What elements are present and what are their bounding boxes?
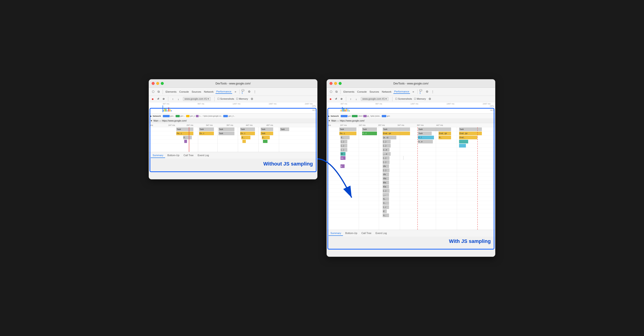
right-bar-xdots[interactable]: X...: [383, 201, 389, 205]
right-bar-bla[interactable]: Bla: [383, 181, 389, 184]
left-tab-console[interactable]: Console: [178, 90, 190, 94]
right-tab-bottomup[interactable]: Bottom-Up: [344, 231, 359, 236]
right-bar-hla[interactable]: Hla: [383, 177, 389, 180]
right-bar-p1[interactable]: (...): [340, 140, 347, 144]
right-main-expand[interactable]: ▼: [328, 120, 330, 122]
right-bar-blue1[interactable]: [459, 144, 466, 148]
left-bar-e3[interactable]: E...: [262, 136, 270, 139]
right-network-expand[interactable]: ▶: [328, 115, 330, 117]
right-bar-teal1[interactable]: [459, 140, 468, 144]
right-bar-task-1[interactable]: Task: [339, 128, 356, 131]
right-bar-eval2[interactable]: Eval...ipt: [438, 132, 451, 135]
right-layers-icon[interactable]: ⧉: [334, 89, 339, 94]
left-close-button[interactable]: [152, 82, 154, 85]
left-bar-task-6[interactable]: Task: [280, 128, 289, 131]
left-settings-icon[interactable]: ⚙: [247, 89, 252, 94]
left-bar-e2[interactable]: E...: [241, 136, 250, 139]
right-bar-p8[interactable]: (...): [383, 168, 390, 172]
right-tab-calltree[interactable]: Call Tree: [360, 231, 373, 236]
left-memory-check[interactable]: ☐ Memory: [236, 97, 248, 100]
left-bar-task-2b[interactable]: Task: [218, 132, 234, 135]
right-bar-task-5[interactable]: Task: [459, 128, 482, 131]
left-clear-icon[interactable]: ⊘: [162, 97, 165, 101]
right-bar-as[interactable]: (a...s): [383, 136, 396, 139]
right-screenshots-check[interactable]: ☐ Screenshots: [395, 97, 412, 100]
left-bar-task-5b[interactable]: Task: [261, 132, 273, 135]
right-close-button[interactable]: [330, 82, 332, 85]
right-bar-p-small[interactable]: p: [340, 164, 344, 168]
right-tab-elements[interactable]: Elements: [342, 90, 355, 94]
right-cursor-icon[interactable]: ⬡: [328, 89, 333, 94]
left-download-icon[interactable]: ↓: [176, 97, 180, 101]
right-bar-udots[interactable]: _...: [383, 193, 389, 197]
right-clear-icon[interactable]: ⊘: [340, 97, 343, 101]
left-bar-task-5[interactable]: Task: [261, 128, 273, 131]
left-bar-task-3[interactable]: Task: [218, 128, 234, 131]
left-maximize-button[interactable]: [161, 82, 164, 85]
left-cursor-icon[interactable]: ⬡: [151, 89, 155, 94]
right-reload-icon[interactable]: ↺: [334, 97, 338, 101]
right-bar-ze[interactable]: z...e: [383, 148, 390, 152]
right-bar-p2[interactable]: (...): [383, 140, 391, 144]
left-main-expand[interactable]: ▼: [150, 120, 152, 122]
left-tab-elements[interactable]: Elements: [165, 90, 178, 94]
left-perf-settings-icon[interactable]: ⚙: [250, 97, 254, 101]
right-bar-pal[interactable]: Pa...L: [339, 132, 356, 135]
right-bar-task-2[interactable]: Task: [362, 128, 377, 131]
right-bar-task-3[interactable]: Task: [383, 128, 410, 131]
right-tab-eventlog[interactable]: Event Log: [374, 231, 389, 236]
right-bar-p7[interactable]: (...): [383, 160, 390, 164]
right-perf-settings-icon[interactable]: ⚙: [428, 97, 432, 101]
left-layers-icon[interactable]: ⧉: [156, 89, 161, 94]
right-bar-kla[interactable]: Kla: [383, 185, 389, 188]
right-memory-check[interactable]: ☐ Memory: [414, 97, 426, 100]
right-bar-d[interactable]: d: [383, 209, 387, 213]
left-bar-e[interactable]: E...: [183, 136, 192, 139]
right-tab-sources[interactable]: Sources: [368, 90, 380, 94]
right-bar-be[interactable]: b...e: [418, 140, 433, 144]
right-tab-summary[interactable]: Summary: [328, 231, 343, 236]
left-more-tabs-icon[interactable]: »: [233, 89, 238, 94]
right-bar-p5[interactable]: (...): [340, 148, 347, 152]
right-bar-fl[interactable]: F...l: [418, 136, 434, 139]
left-url-input[interactable]: www.google.com #1 ▾: [183, 97, 211, 101]
left-tab-performance[interactable]: Performance: [216, 90, 232, 94]
left-bar-task-4[interactable]: Task: [240, 128, 255, 131]
left-tab-calltree[interactable]: Call Tree: [182, 153, 196, 158]
right-settings-icon[interactable]: ⚙: [425, 89, 430, 94]
left-bar-evt[interactable]: Ev...t: [199, 132, 214, 135]
right-maximize-button[interactable]: [339, 82, 342, 85]
left-tab-sources[interactable]: Sources: [191, 90, 202, 94]
left-reload-icon[interactable]: ↺: [156, 97, 160, 101]
right-bar-ea[interactable]: ea: [340, 156, 346, 160]
right-bar-task-2b[interactable]: Task: [418, 132, 432, 135]
right-bar-p4[interactable]: (...): [383, 144, 391, 148]
right-bar-tr[interactable]: t...r: [383, 205, 389, 209]
right-bar-ct[interactable]: C...t: [362, 132, 377, 135]
left-bar-evt2[interactable]: Ev...t: [240, 132, 255, 135]
left-record-icon[interactable]: ⏺: [151, 97, 154, 101]
right-bar-e1[interactable]: E...: [340, 136, 350, 139]
left-bar-task-1[interactable]: Task: [176, 128, 194, 131]
left-messages-icon[interactable]: 💬 1: [242, 89, 246, 94]
right-upload-icon[interactable]: ↑: [349, 97, 352, 101]
left-tab-summary[interactable]: Summary: [151, 153, 165, 158]
right-bar-eval1[interactable]: Eval...ipt: [383, 132, 410, 135]
left-tab-eventlog[interactable]: Event Log: [196, 153, 211, 158]
right-bar-p9[interactable]: (...): [383, 189, 390, 192]
right-messages-icon[interactable]: 💬 1: [420, 89, 424, 94]
right-bar-p6[interactable]: (...): [383, 156, 390, 160]
right-bar-ndots[interactable]: N...: [383, 197, 389, 201]
left-screenshots-check[interactable]: ☐ Screenshots: [217, 97, 234, 100]
right-minimize-button[interactable]: [334, 82, 337, 85]
right-bar-w[interactable]: W: [340, 152, 346, 156]
right-bar-eval4[interactable]: Eval...: [459, 136, 477, 139]
left-bar-task-2[interactable]: Task: [199, 128, 214, 131]
left-tab-network[interactable]: Network: [203, 90, 214, 94]
right-more-tabs-icon[interactable]: »: [411, 89, 416, 94]
left-minimize-button[interactable]: [156, 82, 159, 85]
left-tab-bottomup[interactable]: Bottom-Up: [166, 153, 181, 158]
right-bar-p3[interactable]: (...): [340, 144, 347, 148]
right-record-icon[interactable]: ⏺: [328, 97, 332, 101]
right-bar-r[interactable]: R...: [438, 136, 451, 139]
